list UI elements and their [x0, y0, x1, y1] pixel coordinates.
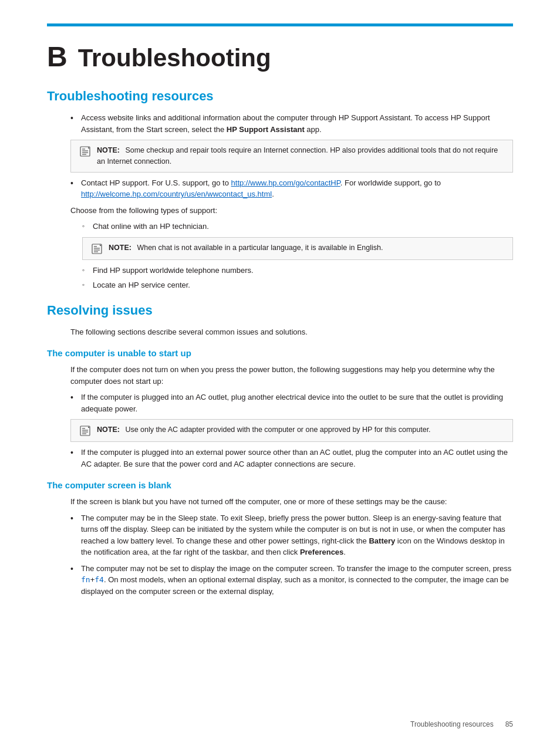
page: B Troubleshooting Troubleshooting resour…: [0, 0, 560, 746]
sub2-b2-text-after: . On most models, when an optional exter…: [81, 575, 509, 596]
subsection1-title: The computer is unable to start up: [47, 348, 513, 358]
section1-bullet2: Contact HP support. For U.S. support, go…: [70, 177, 513, 200]
note2-icon: [91, 243, 103, 255]
note2-content: NOTE: When chat is not available in a pa…: [109, 242, 383, 254]
section2-intro: The following sections describe several …: [70, 326, 513, 338]
subsection1-bullet2-list: If the computer is plugged into an exter…: [70, 447, 513, 470]
note3-box: NOTE: Use only the AC adapter provided w…: [70, 419, 513, 442]
link2[interactable]: http://welcome.hp.com/country/us/en/wwco…: [81, 190, 272, 198]
section2: Resolving issues The following sections …: [47, 303, 513, 598]
note2-box: NOTE: When chat is not available in a pa…: [82, 237, 513, 260]
circle-list-2: Find HP support worldwide telephone numb…: [82, 265, 513, 291]
note1-icon: [79, 146, 91, 157]
note2-label: NOTE:: [109, 244, 131, 252]
sub2-b1-text-after: .: [343, 548, 346, 556]
chapter-title: Troubleshooting: [78, 46, 271, 70]
subsection1-bullets: If the computer is plugged into an AC ou…: [70, 391, 513, 414]
circle-item-2: Find HP support worldwide telephone numb…: [82, 265, 513, 276]
footer: Troubleshooting resources 85: [410, 720, 513, 728]
sub2-b2-code2: f4: [95, 575, 104, 584]
subsection2-bullet2: The computer may not be set to display t…: [70, 563, 513, 598]
top-border: [47, 23, 513, 26]
note1-text: Some checkup and repair tools require an…: [97, 146, 498, 166]
note3-text: Use only the AC adapter provided with th…: [125, 426, 430, 434]
section2-title: Resolving issues: [47, 303, 513, 318]
note1-content: NOTE: Some checkup and repair tools requ…: [97, 145, 504, 167]
circle-list: Chat online with an HP technician.: [82, 221, 513, 232]
subsection2-bullet1: The computer may be in the Sleep state. …: [70, 512, 513, 558]
note1-box: NOTE: Some checkup and repair tools requ…: [70, 140, 513, 173]
note1-label: NOTE:: [97, 146, 120, 154]
section1-bullet1-bold: HP Support Assistant: [227, 125, 305, 134]
bullet2-text-before: Contact HP support. For U.S. support, go…: [81, 178, 231, 187]
subsection1-bullet1: If the computer is plugged into an AC ou…: [70, 391, 513, 414]
subsection2-bullets: The computer may be in the Sleep state. …: [70, 512, 513, 598]
circle-item-1: Chat online with an HP technician.: [82, 221, 513, 232]
chapter-letter: B: [47, 43, 68, 71]
sub2-b1-bold2: Preferences: [300, 548, 343, 556]
note2-text: When chat is not available in a particul…: [137, 244, 383, 252]
subsection2: The computer screen is blank If the scre…: [47, 480, 513, 597]
subsection2-title: The computer screen is blank: [47, 480, 513, 490]
circle-item-3: Locate an HP service center.: [82, 279, 513, 291]
section1-bullet-list: Access website links and additional info…: [70, 112, 513, 135]
section1-bullet2-list: Contact HP support. For U.S. support, go…: [70, 177, 513, 200]
note3-icon: [79, 425, 91, 437]
subsection1-bullet2: If the computer is plugged into an exter…: [70, 447, 513, 470]
sub2-b1-bold1: Battery: [369, 536, 395, 545]
chapter-header: B Troubleshooting: [47, 43, 513, 71]
subsection2-intro: If the screen is blank but you have not …: [70, 496, 513, 508]
link1[interactable]: http://www.hp.com/go/contactHP: [231, 178, 340, 187]
note3-label: NOTE:: [97, 426, 120, 434]
footer-page-number: 85: [505, 720, 513, 728]
bullet2-text-middle: . For worldwide support, go to: [340, 178, 441, 187]
choose-text: Choose from the following types of suppo…: [70, 205, 513, 217]
section1-bullet1-text-after: app.: [305, 125, 322, 134]
section1-title: Troubleshooting resources: [47, 89, 513, 104]
section1: Troubleshooting resources Access website…: [47, 89, 513, 291]
section1-bullet1: Access website links and additional info…: [70, 112, 513, 135]
bullet2-text-after: .: [272, 190, 274, 198]
note3-content: NOTE: Use only the AC adapter provided w…: [97, 424, 431, 436]
subsection1: The computer is unable to start up If th…: [47, 348, 513, 470]
footer-section-label: Troubleshooting resources: [410, 720, 494, 728]
sub2-b2-text-before: The computer may not be set to display t…: [81, 564, 511, 573]
sub2-b2-code1: fn: [81, 575, 90, 584]
subsection1-intro: If the computer does not turn on when yo…: [70, 364, 513, 387]
